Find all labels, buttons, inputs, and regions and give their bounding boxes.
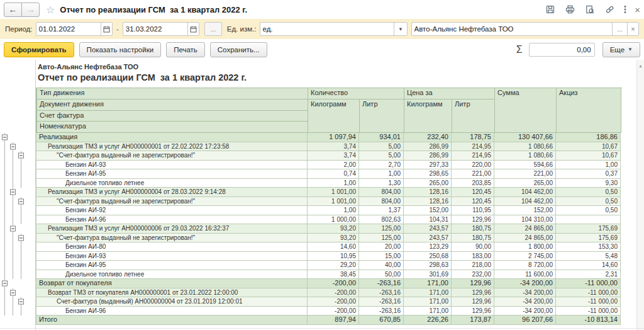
save-button[interactable]: Сохранить...	[210, 42, 267, 57]
preview-icon[interactable]	[586, 5, 594, 14]
row-label: Бензин АИ-93	[36, 161, 308, 170]
report-row[interactable]: Бензин АИ-961 000,00802,63104,31129,9610…	[0, 215, 644, 225]
collapse-minus-icon[interactable]	[10, 226, 16, 232]
report-row[interactable]: Бензин АИ-9310,9515,00250,68183,002 745,…	[0, 252, 644, 261]
row-label: Реализация ТМЗ и услуг АН000000006 от 29…	[36, 224, 308, 234]
calendar-icon[interactable]	[101, 23, 112, 35]
tree-line	[21, 252, 21, 261]
report-row[interactable]: Счет-фактура (выданный) АН000000004 от 2…	[0, 297, 644, 307]
date-to-field[interactable]	[123, 22, 199, 36]
save-icon[interactable]	[546, 5, 555, 14]
report-row[interactable]: Бензин АИ-921,001,37152,00110,95152,000,…	[0, 206, 644, 215]
unit-input[interactable]	[260, 23, 394, 35]
collapse-minus-icon[interactable]	[18, 299, 24, 305]
row-label: Бензин АИ-95	[36, 169, 308, 179]
report-row[interactable]: Реализация ТМЗ и услуг АН000000001 от 22…	[0, 142, 644, 152]
kebab-menu-icon[interactable]	[624, 5, 626, 14]
row-label: Реализация	[36, 133, 308, 142]
row-value: 804,00	[359, 188, 404, 197]
unit-field[interactable]: ▼	[260, 22, 408, 36]
report-row[interactable]: Реализация ТМЗ и услуг АН000000006 от 29…	[0, 224, 644, 234]
report-row[interactable]: Бензин АИ-96-200,00-263,16171,00129,96-3…	[0, 307, 644, 316]
collapse-minus-icon[interactable]	[10, 144, 16, 149]
header-quantity-group: Количество	[308, 88, 404, 100]
org-clear-icon[interactable]: ×	[627, 23, 638, 35]
tree-gutter-cell	[0, 169, 36, 179]
print-button[interactable]: Печать	[166, 42, 205, 57]
report-row[interactable]: Бензин АИ-9529,2040,00298,63218,008 720,…	[0, 261, 644, 270]
row-value: -34 200,00	[494, 279, 556, 288]
report-row[interactable]: Возврат от покупателя-200,00-263,16171,0…	[0, 279, 644, 288]
row-value: 125,00	[359, 224, 404, 234]
report-row[interactable]: Итого897,94670,85226,26173,8796 207,66-1…	[0, 316, 644, 325]
tree-line	[13, 270, 13, 280]
report-row[interactable]: Реализация1 097,94934,01232,40178,75130 …	[0, 133, 644, 142]
range-separator: -	[116, 25, 119, 33]
autosum-icon[interactable]: Σ	[516, 44, 523, 55]
row-value: 1,00	[308, 179, 359, 188]
row-value: 128,16	[404, 197, 452, 207]
vertical-scrollbar[interactable]: ▲	[636, 60, 644, 330]
back-button[interactable]: ←	[4, 3, 22, 17]
row-value: 250,68	[404, 252, 452, 261]
report-row[interactable]: Возврат ТМЗ от покупателя АН000000001 от…	[0, 288, 644, 298]
date-from-input[interactable]	[36, 23, 101, 35]
forward-button[interactable]: →	[21, 3, 40, 17]
tree-gutter-cell	[0, 142, 36, 152]
report-row[interactable]: "Счет-фактура выданный не зарегистрирова…	[0, 197, 644, 207]
autosum-input[interactable]	[530, 43, 594, 56]
report-row[interactable]: Дизельное топливо летнее1,001,30265,0020…	[0, 179, 644, 188]
unit-dropdown-icon[interactable]: ▼	[394, 23, 406, 35]
favorite-star-icon[interactable]: ☆	[46, 4, 55, 16]
report-row[interactable]: Бензин АИ-932,002,70297,33220,00594,661,…	[0, 161, 644, 170]
row-value: 221,00	[452, 169, 494, 179]
collapse-minus-icon[interactable]	[10, 290, 16, 295]
more-button[interactable]: Еще ▼	[602, 42, 640, 57]
row-value: 93,20	[308, 224, 359, 234]
collapse-minus-icon[interactable]	[2, 135, 8, 140]
collapse-minus-icon[interactable]	[2, 281, 8, 287]
report-row[interactable]: "Счет-фактура выданный не зарегистрирова…	[0, 151, 644, 161]
back-icon: ←	[9, 4, 18, 14]
row-value: 15,00	[359, 252, 404, 261]
report-row[interactable]: "Счет-фактура выданный не зарегистрирова…	[0, 234, 644, 243]
report-organization: Авто-Альянс Нефтебаза ТОО	[38, 63, 644, 72]
scroll-up-icon[interactable]: ▲	[637, 64, 644, 68]
collapse-minus-icon[interactable]	[18, 198, 24, 204]
row-value: 670,85	[359, 316, 404, 325]
report-row[interactable]: Бензин АИ-950,741,00298,65221,00221,000,…	[0, 169, 644, 179]
row-value: 14,60	[556, 261, 621, 270]
date-to-input[interactable]	[123, 23, 187, 35]
row-value: -263,16	[359, 288, 404, 298]
show-settings-button[interactable]: Показать настройки	[79, 42, 162, 57]
collapse-minus-icon[interactable]	[10, 190, 16, 195]
report-row[interactable]: Реализация ТМЗ и услуг АН000000004 от 28…	[0, 188, 644, 197]
tree-line	[4, 215, 5, 225]
table-header: Тип движения Документ движения Счет факт…	[36, 88, 622, 133]
row-value: 218,00	[452, 261, 494, 270]
report-row[interactable]: Бензин АИ-8014,6020,00123,2990,001 800,0…	[0, 242, 644, 252]
row-value: 1,30	[359, 179, 404, 188]
organization-input[interactable]	[412, 23, 613, 35]
link-icon[interactable]	[605, 5, 614, 14]
date-from-field[interactable]	[36, 22, 113, 36]
tree-line	[4, 270, 5, 280]
tree-line	[4, 252, 5, 261]
row-value: 2,00	[308, 161, 359, 170]
autosum-field[interactable]	[529, 43, 595, 57]
collapse-minus-icon[interactable]	[18, 235, 24, 241]
row-value: 129,96	[452, 307, 494, 316]
calendar-icon[interactable]	[187, 23, 199, 35]
print-icon[interactable]	[565, 5, 575, 14]
row-value: 10,67	[556, 151, 621, 161]
row-value: 130 407,66	[494, 133, 556, 142]
period-more-button[interactable]: ...	[204, 22, 221, 36]
report-row[interactable]: Дизельное топливо летнее38,4550,00301,69…	[0, 270, 644, 280]
row-label: Бензин АИ-80	[36, 242, 308, 252]
close-icon[interactable]: ×	[635, 4, 640, 15]
organization-field[interactable]: ... ×	[411, 22, 639, 36]
collapse-minus-icon[interactable]	[18, 153, 24, 159]
generate-button[interactable]: Сформировать	[4, 42, 74, 57]
row-value: -11 000,00	[556, 307, 621, 316]
org-more-button[interactable]: ...	[612, 23, 626, 35]
